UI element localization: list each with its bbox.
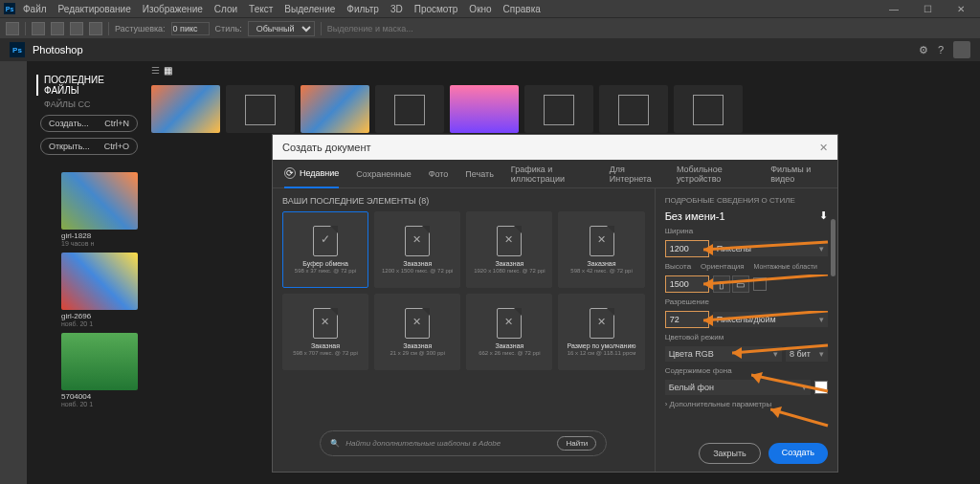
list-view-icon[interactable]: ☰ bbox=[151, 65, 160, 76]
minimize-icon[interactable]: — bbox=[889, 4, 899, 14]
tab-recent[interactable]: ⟳Недавние bbox=[284, 160, 339, 188]
account-icon[interactable] bbox=[953, 41, 970, 58]
menu-bar: Ps Файл Редактирование Изображение Слои … bbox=[0, 0, 980, 17]
recent-thumb[interactable] bbox=[375, 85, 444, 133]
preset-name: Буфер обмена bbox=[302, 260, 348, 267]
close-button[interactable]: Закрыть bbox=[699, 443, 761, 464]
create-button[interactable]: Создать bbox=[768, 443, 828, 464]
preset-icon bbox=[405, 308, 430, 339]
artboard-checkbox[interactable] bbox=[753, 277, 767, 291]
width-label: Ширина bbox=[665, 227, 828, 235]
gear-icon[interactable]: ⚙ bbox=[919, 44, 928, 56]
height-label: Высота bbox=[665, 262, 691, 271]
tab-web[interactable]: Для Интернета bbox=[610, 160, 659, 188]
preset-dim: 598 x 707 пикс. @ 72 ppi bbox=[293, 350, 358, 356]
preset-card[interactable]: Заказная598 x 707 пикс. @ 72 ppi bbox=[282, 294, 368, 370]
presets-header: ВАШИ ПОСЛЕДНИЕ ЭЛЕМЕНТЫ bbox=[282, 196, 416, 206]
width-unit-select[interactable]: Пикселы▾ bbox=[713, 241, 828, 256]
tab-art[interactable]: Графика и иллюстрации bbox=[511, 160, 592, 188]
bit-depth-select[interactable]: 8 бит▾ bbox=[786, 346, 828, 362]
preset-dim: 662 x 26 пикс. @ 72 ppi bbox=[479, 350, 540, 356]
preset-icon bbox=[497, 226, 522, 256]
preset-card[interactable]: Заказная21 x 29 см @ 300 ppi bbox=[374, 294, 460, 370]
sel-sub[interactable] bbox=[70, 22, 83, 35]
preset-dim: 598 x 37 пикс. @ 72 ppi bbox=[295, 268, 356, 274]
resolution-input[interactable] bbox=[665, 311, 709, 328]
maximize-icon[interactable]: ☐ bbox=[924, 4, 932, 14]
recent-thumb[interactable] bbox=[599, 85, 668, 133]
recent-name: 5704004 bbox=[61, 392, 138, 401]
recent-thumb[interactable] bbox=[226, 85, 295, 133]
orient-landscape[interactable]: ▭ bbox=[732, 275, 749, 293]
style-label: Стиль: bbox=[215, 24, 242, 33]
sel-int[interactable] bbox=[89, 22, 102, 35]
tab-mobile[interactable]: Мобильное устройство bbox=[677, 160, 753, 188]
open-button[interactable]: Открыть...Ctrl+O bbox=[40, 138, 138, 155]
cc-files[interactable]: ФАЙЛЫ CC bbox=[36, 99, 142, 109]
doc-name[interactable]: Без имени-1 bbox=[665, 210, 725, 222]
advanced-toggle[interactable]: › Дополнительные параметры bbox=[665, 400, 828, 408]
menu-window[interactable]: Окно bbox=[469, 4, 491, 14]
menu-filter[interactable]: Фильтр bbox=[346, 4, 379, 14]
preset-card[interactable]: Заказная1920 x 1080 пикс. @ 72 ppi bbox=[466, 211, 552, 288]
recent-thumb[interactable] bbox=[674, 85, 743, 133]
recent-thumb[interactable] bbox=[151, 85, 220, 133]
tab-photo[interactable]: Фото bbox=[429, 160, 449, 188]
artboard-label: Монтажные области bbox=[754, 263, 817, 270]
preset-card[interactable]: Заказная1200 x 1500 пикс. @ 72 ppi bbox=[374, 211, 460, 288]
tab-film[interactable]: Фильмы и видео bbox=[770, 160, 826, 188]
sel-add[interactable] bbox=[51, 22, 64, 35]
scrollbar[interactable] bbox=[831, 219, 835, 276]
menu-text[interactable]: Текст bbox=[249, 4, 273, 14]
sel-new[interactable] bbox=[32, 22, 45, 35]
grid-view-icon[interactable]: ▦ bbox=[164, 65, 172, 76]
tool-preset[interactable] bbox=[6, 22, 19, 35]
bg-select[interactable]: Белый фон▾ bbox=[665, 380, 811, 395]
preset-card[interactable]: Буфер обмена598 x 37 пикс. @ 72 ppi bbox=[282, 211, 368, 288]
tab-saved[interactable]: Сохраненные bbox=[356, 160, 411, 188]
mask-btn[interactable]: Выделение и маска... bbox=[327, 24, 413, 33]
menu-image[interactable]: Изображение bbox=[143, 4, 203, 14]
recent-thumb[interactable] bbox=[524, 85, 593, 133]
preset-card[interactable]: Заказная598 x 42 пикс. @ 72 ppi bbox=[558, 211, 644, 288]
tab-print[interactable]: Печать bbox=[465, 160, 493, 188]
template-search[interactable]: 🔍 Найти дополнительные шаблоны в Adobe Н… bbox=[320, 430, 607, 456]
feather-input[interactable] bbox=[171, 22, 210, 35]
recent-name: girl-2696 bbox=[61, 312, 138, 320]
menu-edit[interactable]: Редактирование bbox=[58, 4, 131, 14]
dialog-close-icon[interactable]: ✕ bbox=[819, 142, 828, 154]
menu-layers[interactable]: Слои bbox=[214, 4, 237, 14]
color-mode-select[interactable]: Цвета RGB▾ bbox=[665, 346, 782, 362]
preset-name: Заказная bbox=[403, 342, 432, 349]
help-icon[interactable]: ? bbox=[938, 44, 944, 55]
menu-3d[interactable]: 3D bbox=[390, 4, 403, 14]
recent-name: girl-1828 bbox=[61, 231, 138, 240]
preset-name: Заказная bbox=[403, 260, 432, 267]
height-input[interactable] bbox=[665, 275, 709, 293]
preset-dim: 1920 x 1080 пикс. @ 72 ppi bbox=[474, 268, 545, 274]
create-button[interactable]: Создать...Ctrl+N bbox=[40, 115, 138, 132]
preset-name: Заказная bbox=[495, 342, 523, 349]
recent-thumb[interactable] bbox=[301, 85, 369, 133]
width-input[interactable] bbox=[665, 240, 709, 257]
search-go-button[interactable]: Найти bbox=[557, 436, 596, 451]
preset-icon bbox=[590, 226, 614, 256]
preset-card[interactable]: Заказная662 x 26 пикс. @ 72 ppi bbox=[466, 294, 552, 370]
preset-icon bbox=[590, 308, 614, 339]
menu-file[interactable]: Файл bbox=[23, 4, 47, 14]
res-unit-select[interactable]: Пикселы/дюйм▾ bbox=[713, 312, 828, 327]
style-select[interactable]: Обычный bbox=[248, 21, 315, 36]
recent-sub: нояб. 20 1 bbox=[61, 320, 138, 327]
close-icon[interactable]: ✕ bbox=[957, 4, 965, 14]
menu-help[interactable]: Справка bbox=[503, 4, 541, 14]
recent-header[interactable]: ПОСЛЕДНИЕ ФАЙЛЫ bbox=[36, 75, 142, 96]
recent-thumb[interactable] bbox=[450, 85, 519, 133]
menu-select[interactable]: Выделение bbox=[284, 4, 335, 14]
orient-portrait[interactable]: ▯ bbox=[713, 275, 730, 293]
preset-icon bbox=[313, 308, 338, 339]
preset-card[interactable]: Размер по умолчанию16 x 12 см @ 118.11 р… bbox=[558, 294, 644, 370]
preset-dim: 21 x 29 см @ 300 ppi bbox=[390, 350, 445, 356]
save-preset-icon[interactable]: ⬇ bbox=[819, 209, 828, 222]
bg-swatch bbox=[814, 381, 828, 394]
menu-view[interactable]: Просмотр bbox=[414, 4, 458, 14]
